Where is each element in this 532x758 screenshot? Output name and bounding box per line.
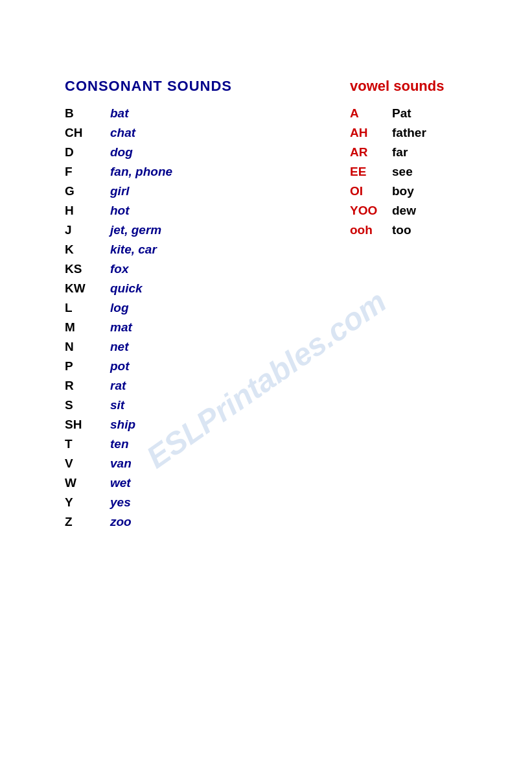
consonant-key: SH	[65, 418, 110, 432]
vowel-key: YOO	[350, 204, 392, 218]
vowel-row: ARfar	[350, 145, 531, 160]
consonant-row: Mmat	[65, 320, 337, 335]
consonant-key: B	[65, 106, 110, 121]
consonant-example: jet, germ	[110, 223, 161, 237]
consonant-example: hot	[110, 204, 130, 218]
consonant-example: ship	[110, 418, 135, 432]
vowel-key: OI	[350, 184, 392, 198]
consonant-key: CH	[65, 126, 110, 140]
consonant-example: ten	[110, 437, 129, 451]
vowel-rows: APatAHfatherARfarEEseeOIboyYOOdewoohtoo	[350, 106, 531, 237]
consonant-row: Llog	[65, 301, 337, 315]
consonant-example: kite, car	[110, 243, 157, 257]
consonant-row: KSfox	[65, 262, 337, 276]
main-content: CONSONANT SOUNDS BbatCHchatDdogFfan, pho…	[65, 78, 480, 534]
consonant-key: F	[65, 165, 110, 179]
consonant-rows: BbatCHchatDdogFfan, phoneGgirlHhotJjet, …	[65, 106, 337, 529]
consonant-key: G	[65, 184, 110, 198]
vowel-key: AR	[350, 145, 392, 160]
vowel-example: far	[392, 145, 408, 160]
consonant-row: Wwet	[65, 476, 337, 490]
consonant-example: net	[110, 340, 129, 354]
consonant-example: yes	[110, 495, 131, 510]
consonant-example: fan, phone	[110, 165, 172, 179]
consonant-row: KWquick	[65, 281, 337, 296]
vowel-title: vowel sounds	[350, 78, 531, 95]
consonant-example: wet	[110, 476, 131, 490]
consonant-key: Z	[65, 515, 110, 529]
consonant-key: V	[65, 456, 110, 471]
consonant-row: Jjet, germ	[65, 223, 337, 237]
consonant-key: D	[65, 145, 110, 160]
consonant-title: CONSONANT SOUNDS	[65, 78, 337, 95]
consonant-key: T	[65, 437, 110, 451]
vowel-example: see	[392, 165, 413, 179]
consonant-row: Vvan	[65, 456, 337, 471]
consonant-key: KS	[65, 262, 110, 276]
consonant-section: CONSONANT SOUNDS BbatCHchatDdogFfan, pho…	[65, 78, 337, 534]
consonant-example: fox	[110, 262, 129, 276]
vowel-key: ooh	[350, 223, 392, 237]
consonant-key: R	[65, 379, 110, 393]
consonant-row: Hhot	[65, 204, 337, 218]
vowel-key: A	[350, 106, 392, 121]
consonant-key: P	[65, 359, 110, 373]
consonant-example: van	[110, 456, 132, 471]
consonant-example: chat	[110, 126, 135, 140]
vowel-row: APat	[350, 106, 531, 121]
consonant-key: M	[65, 320, 110, 335]
vowel-row: AHfather	[350, 126, 531, 140]
consonant-key: J	[65, 223, 110, 237]
vowel-example: too	[392, 223, 411, 237]
consonant-example: mat	[110, 320, 132, 335]
vowel-key: AH	[350, 126, 392, 140]
consonant-key: H	[65, 204, 110, 218]
consonant-row: Bbat	[65, 106, 337, 121]
vowel-row: YOOdew	[350, 204, 531, 218]
consonant-example: dog	[110, 145, 133, 160]
consonant-row: SHship	[65, 418, 337, 432]
consonant-row: Yyes	[65, 495, 337, 510]
page: ESLPrintables.com CONSONANT SOUNDS BbatC…	[0, 0, 532, 758]
consonant-key: W	[65, 476, 110, 490]
consonant-row: CHchat	[65, 126, 337, 140]
vowel-row: oohtoo	[350, 223, 531, 237]
consonant-row: Ggirl	[65, 184, 337, 198]
consonant-example: girl	[110, 184, 130, 198]
consonant-example: sit	[110, 398, 124, 412]
consonant-row: Ppot	[65, 359, 337, 373]
consonant-key: S	[65, 398, 110, 412]
consonant-row: Kkite, car	[65, 243, 337, 257]
vowel-example: boy	[392, 184, 414, 198]
consonant-example: pot	[110, 359, 130, 373]
consonant-key: Y	[65, 495, 110, 510]
vowel-example: father	[392, 126, 426, 140]
consonant-example: log	[110, 301, 129, 315]
vowel-example: Pat	[392, 106, 411, 121]
vowel-row: EEsee	[350, 165, 531, 179]
consonant-key: K	[65, 243, 110, 257]
consonant-example: quick	[110, 281, 143, 296]
consonant-key: N	[65, 340, 110, 354]
consonant-example: zoo	[110, 515, 132, 529]
vowel-example: dew	[392, 204, 416, 218]
consonant-row: Rrat	[65, 379, 337, 393]
consonant-example: rat	[110, 379, 126, 393]
vowel-section: vowel sounds APatAHfatherARfarEEseeOIboy…	[350, 78, 531, 243]
consonant-row: Ffan, phone	[65, 165, 337, 179]
consonant-key: L	[65, 301, 110, 315]
vowel-row: OIboy	[350, 184, 531, 198]
consonant-key: KW	[65, 281, 110, 296]
consonant-row: Zzoo	[65, 515, 337, 529]
consonant-row: Nnet	[65, 340, 337, 354]
consonant-example: bat	[110, 106, 129, 121]
vowel-key: EE	[350, 165, 392, 179]
consonant-row: Ddog	[65, 145, 337, 160]
consonant-row: Tten	[65, 437, 337, 451]
consonant-row: Ssit	[65, 398, 337, 412]
